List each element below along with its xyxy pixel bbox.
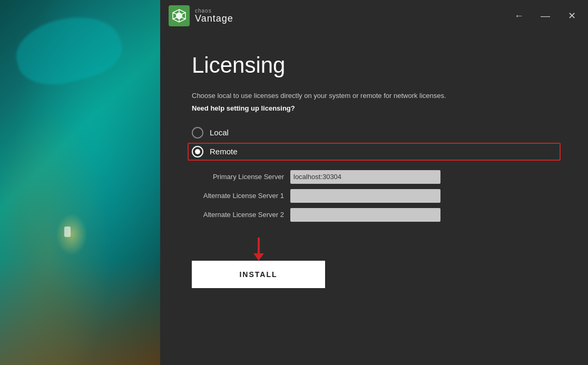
- alternate1-server-label: Alternate License Server 1: [192, 192, 284, 200]
- logo-vantage-label: Vantage: [195, 14, 233, 24]
- logo-chaos-label: chaos: [195, 8, 233, 14]
- primary-server-row: Primary License Server: [192, 170, 556, 184]
- minimize-button[interactable]: —: [537, 8, 553, 24]
- close-button[interactable]: ✕: [564, 8, 580, 24]
- install-section: INSTALL: [192, 238, 556, 288]
- down-arrow-icon: [253, 238, 264, 261]
- svg-line-3: [182, 13, 185, 14]
- help-link[interactable]: Need help setting up licensing?: [192, 104, 556, 112]
- remote-radio-label: Remote: [210, 147, 238, 156]
- alternate2-server-label: Alternate License Server 2: [192, 211, 284, 219]
- svg-line-4: [182, 18, 185, 19]
- server-fields: Primary License Server Alternate License…: [192, 170, 556, 222]
- background-image-panel: [0, 0, 160, 365]
- local-radio-button[interactable]: [192, 127, 203, 139]
- arrow-head: [253, 253, 264, 261]
- page-title: Licensing: [192, 53, 556, 78]
- remote-radio-item[interactable]: Remote: [192, 146, 556, 157]
- installer-panel: chaos Vantage ← — ✕ Licensing Choose loc…: [160, 0, 588, 365]
- alternate2-server-row: Alternate License Server 2: [192, 208, 556, 222]
- main-content: Licensing Choose local to use licenses d…: [160, 32, 588, 365]
- description-text: Choose local to use licenses directly on…: [192, 91, 556, 101]
- local-radio-item[interactable]: Local: [192, 127, 556, 139]
- alternate2-server-input[interactable]: [290, 208, 440, 222]
- remote-radio-button[interactable]: [192, 146, 203, 157]
- window-controls: ← — ✕: [511, 8, 580, 24]
- svg-marker-1: [176, 12, 182, 19]
- local-radio-label: Local: [210, 128, 229, 137]
- install-button[interactable]: INSTALL: [192, 261, 325, 288]
- remote-highlight-box: [188, 143, 561, 161]
- title-bar: chaos Vantage ← — ✕: [160, 0, 588, 32]
- arrow-container: [192, 238, 325, 261]
- alternate1-server-input[interactable]: [290, 189, 440, 203]
- app-logo: chaos Vantage: [169, 5, 233, 26]
- primary-server-label: Primary License Server: [192, 173, 284, 181]
- logo-text: chaos Vantage: [195, 8, 233, 24]
- back-button[interactable]: ←: [511, 8, 527, 24]
- alternate1-server-row: Alternate License Server 1: [192, 189, 556, 203]
- arrow-shaft: [258, 238, 260, 253]
- radio-group: Local Remote: [192, 127, 556, 157]
- svg-line-6: [173, 18, 176, 19]
- primary-server-input[interactable]: [290, 170, 440, 184]
- logo-icon: [169, 5, 190, 26]
- svg-line-7: [173, 13, 176, 14]
